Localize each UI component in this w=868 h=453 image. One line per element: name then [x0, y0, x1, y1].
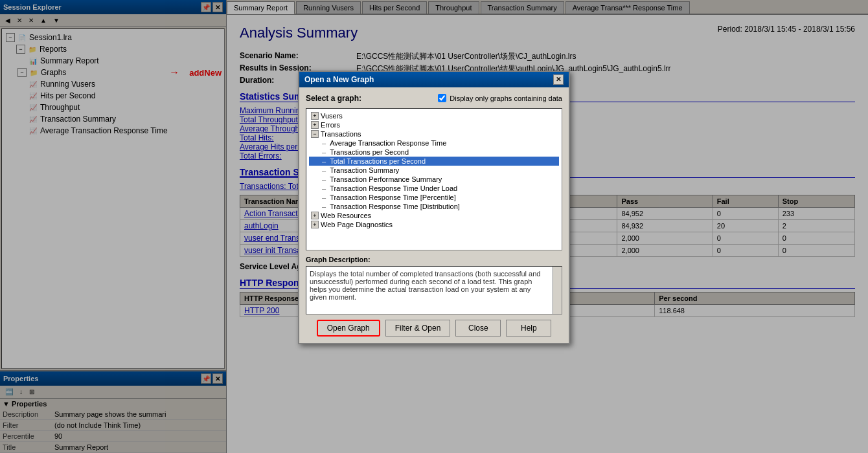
graph-tree-trans-resp-percentile[interactable]: – Transaction Response Time [Percentile] — [309, 193, 559, 202]
open-graph-btn[interactable]: Open Graph — [317, 320, 380, 337]
graph-tree-transactions[interactable]: − Transactions — [309, 129, 559, 138]
graph-tree-avg-trans[interactable]: – Average Transaction Response Time — [309, 138, 559, 148]
trans-resp-under-load-label: Transaction Response Time Under Load — [330, 184, 457, 192]
graph-desc-text: Displays the total number of completed t… — [310, 270, 558, 301]
graph-tree-total-trans[interactable]: – Total Transactions per Second — [309, 157, 559, 166]
dash-trans-per-sec: – — [322, 148, 326, 156]
dialog-help-btn[interactable]: Help — [506, 320, 551, 337]
dash-trans-perf: – — [322, 175, 326, 183]
graph-tree: + Vusers + Errors − Transactions – Avera… — [306, 108, 562, 250]
graph-tree-trans-summary[interactable]: – Transaction Summary — [309, 166, 559, 175]
dash-trans-resp-under-load: – — [322, 184, 326, 192]
web-page-diag-label: Web Page Diagnostics — [321, 221, 393, 228]
dialog-titlebar: Open a New Graph ✕ — [299, 72, 569, 87]
dialog-title: Open a New Graph — [304, 75, 374, 84]
graph-tree-web-resources[interactable]: + Web Resources — [309, 211, 559, 220]
display-only-checkbox[interactable] — [438, 94, 446, 102]
trans-summary-tree-label: Transaction Summary — [330, 166, 399, 174]
graph-desc-label: Graph Description: — [306, 256, 562, 263]
modal-overlay: Open a New Graph ✕ Select a graph: Displ… — [0, 0, 868, 453]
graph-desc-box: Displays the total number of completed t… — [306, 266, 562, 315]
dash-trans-resp-percentile: – — [322, 193, 326, 201]
expand-web-resources[interactable]: + — [311, 212, 319, 219]
expand-errors[interactable]: + — [311, 121, 319, 129]
graph-desc-section: Graph Description: Displays the total nu… — [306, 256, 562, 315]
vusers-label: Vusers — [321, 112, 343, 120]
graph-tree-trans-per-sec[interactable]: – Transactions per Second — [309, 148, 559, 157]
graph-tree-trans-perf[interactable]: – Transaction Performance Summary — [309, 175, 559, 184]
dialog-body: Select a graph: Display only graphs cont… — [299, 87, 569, 343]
trans-perf-tree-label: Transaction Performance Summary — [330, 175, 442, 183]
expand-vusers[interactable]: + — [311, 112, 319, 120]
dash-total-trans: – — [322, 157, 326, 165]
dialog-buttons: Open Graph Filter & Open Close Help — [306, 320, 562, 337]
dialog-close-x-btn[interactable]: ✕ — [553, 74, 564, 85]
dialog-close-btn[interactable]: Close — [455, 320, 501, 337]
dash-trans-summary: – — [322, 166, 326, 174]
transactions-tree-label: Transactions — [321, 130, 361, 138]
graph-tree-vusers[interactable]: + Vusers — [309, 111, 559, 120]
total-trans-tree-label: Total Transactions per Second — [330, 157, 426, 165]
graph-tree-web-page-diag[interactable]: + Web Page Diagnostics — [309, 220, 559, 229]
trans-resp-distrib-label: Transaction Response Time [Distribution] — [330, 203, 460, 210]
display-only-label: Display only graphs containing data — [450, 94, 562, 102]
expand-web-page-diag[interactable]: + — [311, 221, 319, 228]
dash-avg-trans: – — [322, 139, 326, 147]
trans-resp-percentile-label: Transaction Response Time [Percentile] — [330, 193, 456, 201]
open-graph-dialog: Open a New Graph ✕ Select a graph: Displ… — [298, 71, 570, 344]
graph-tree-errors[interactable]: + Errors — [309, 120, 559, 129]
graph-tree-trans-resp-distrib[interactable]: – Transaction Response Time [Distributio… — [309, 202, 559, 211]
expand-transactions[interactable]: − — [311, 130, 319, 138]
display-only-checkbox-row: Display only graphs containing data — [438, 94, 562, 102]
avg-trans-tree-label: Average Transaction Response Time — [330, 139, 446, 147]
select-graph-label: Select a graph: — [306, 94, 361, 103]
graph-tree-trans-resp-under-load[interactable]: – Transaction Response Time Under Load — [309, 184, 559, 193]
filter-open-btn[interactable]: Filter & Open — [385, 320, 451, 337]
errors-label: Errors — [321, 121, 340, 129]
dialog-top-row: Select a graph: Display only graphs cont… — [306, 94, 562, 103]
dash-trans-resp-distrib: – — [322, 203, 326, 210]
desc-scrollbar[interactable] — [553, 267, 562, 314]
web-resources-label: Web Resources — [321, 212, 371, 219]
trans-per-sec-tree-label: Transactions per Second — [330, 148, 409, 156]
